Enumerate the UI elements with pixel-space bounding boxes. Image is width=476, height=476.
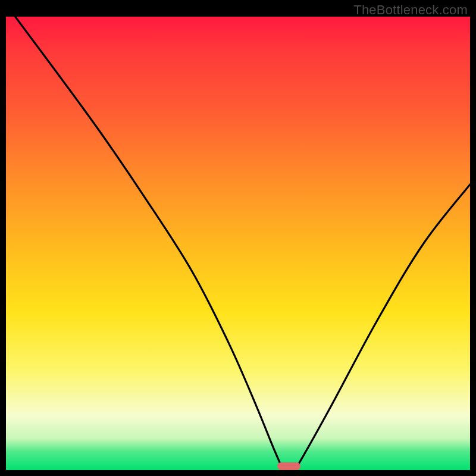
min-marker	[277, 462, 300, 470]
gradient-plot-area	[6, 17, 470, 470]
chart-frame: TheBottleneck.com	[0, 0, 476, 476]
bottleneck-curve	[6, 17, 470, 470]
attribution-text: TheBottleneck.com	[353, 2, 468, 18]
curve-path	[15, 17, 470, 470]
